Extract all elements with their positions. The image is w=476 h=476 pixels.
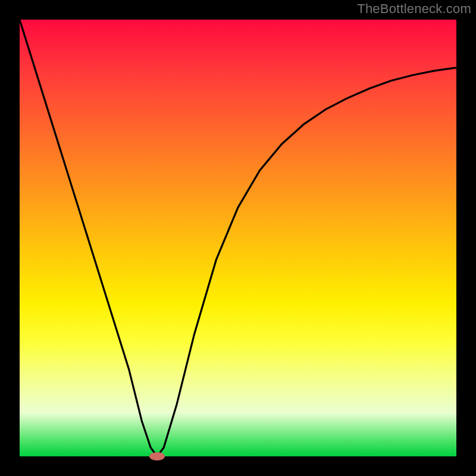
watermark-text: TheBottleneck.com bbox=[357, 1, 471, 17]
chart-frame: TheBottleneck.com bbox=[0, 0, 476, 476]
plot-area bbox=[20, 20, 456, 456]
optimum-marker bbox=[149, 452, 165, 461]
bottleneck-curve bbox=[20, 20, 456, 456]
